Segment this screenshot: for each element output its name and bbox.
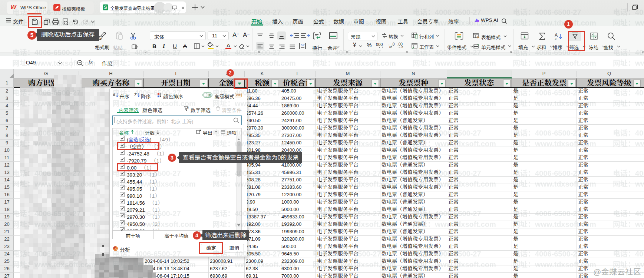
svg-text:<>: <> <box>301 43 305 47</box>
svg-text:000: 000 <box>376 42 383 47</box>
svg-text:Z: Z <box>555 37 557 40</box>
svg-text:Z: Z <box>134 93 137 97</box>
svg-text:.00: .00 <box>389 46 392 48</box>
svg-text:→.0: →.0 <box>398 46 403 48</box>
svg-text:A: A <box>113 93 116 97</box>
svg-text:β: β <box>187 106 189 109</box>
